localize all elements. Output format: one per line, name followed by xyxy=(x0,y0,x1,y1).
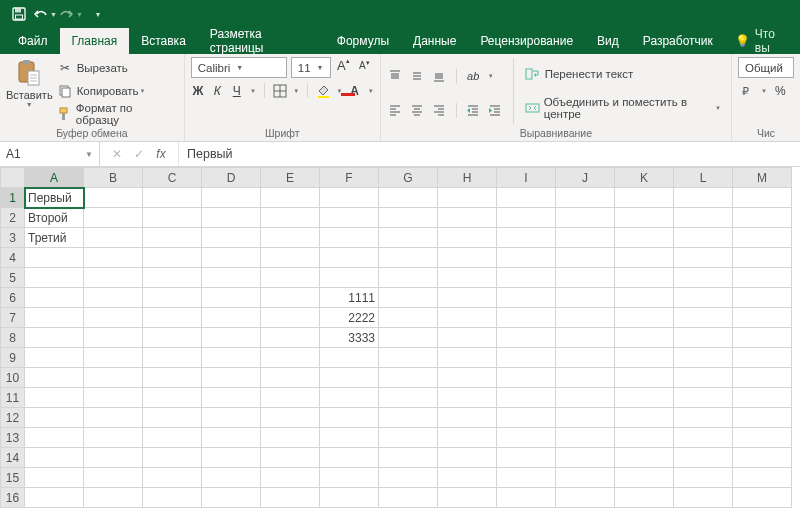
increase-indent-button[interactable] xyxy=(487,102,504,119)
copy-button[interactable]: Копировать ▼ xyxy=(53,80,178,101)
cell[interactable] xyxy=(84,388,143,408)
cell[interactable] xyxy=(202,208,261,228)
row-header-14[interactable]: 14 xyxy=(1,448,25,468)
cell[interactable] xyxy=(615,308,674,328)
cell[interactable] xyxy=(556,268,615,288)
cell[interactable] xyxy=(556,388,615,408)
cell[interactable] xyxy=(261,228,320,248)
row-header-5[interactable]: 5 xyxy=(1,268,25,288)
cell[interactable] xyxy=(497,208,556,228)
name-box[interactable]: A1▼ xyxy=(0,142,100,166)
cell[interactable] xyxy=(320,468,379,488)
cell[interactable] xyxy=(497,288,556,308)
cell[interactable] xyxy=(674,248,733,268)
cell[interactable] xyxy=(379,448,438,468)
col-header-H[interactable]: H xyxy=(438,168,497,188)
cell[interactable] xyxy=(202,288,261,308)
increase-font-button[interactable]: A▴ xyxy=(335,57,352,74)
row-header-8[interactable]: 8 xyxy=(1,328,25,348)
cell[interactable] xyxy=(261,208,320,228)
cell[interactable] xyxy=(143,288,202,308)
cell[interactable] xyxy=(143,228,202,248)
cell[interactable] xyxy=(497,328,556,348)
cell[interactable] xyxy=(84,348,143,368)
cell[interactable]: 2222 xyxy=(320,308,379,328)
cell[interactable] xyxy=(438,288,497,308)
confirm-edit-button[interactable]: ✓ xyxy=(128,147,150,161)
cell[interactable] xyxy=(320,228,379,248)
tell-me-search[interactable]: 💡Что вы xyxy=(725,28,800,54)
tab-view[interactable]: Вид xyxy=(585,28,631,54)
cell[interactable] xyxy=(615,288,674,308)
col-header-K[interactable]: K xyxy=(615,168,674,188)
cell[interactable] xyxy=(84,468,143,488)
row-header-1[interactable]: 1 xyxy=(1,188,25,208)
cell[interactable] xyxy=(320,208,379,228)
cell[interactable] xyxy=(84,328,143,348)
font-color-button[interactable]: A xyxy=(347,82,361,99)
cell[interactable] xyxy=(733,188,792,208)
cell[interactable] xyxy=(320,368,379,388)
cell[interactable] xyxy=(615,268,674,288)
cell[interactable] xyxy=(261,308,320,328)
decrease-indent-button[interactable] xyxy=(465,102,482,119)
cell[interactable] xyxy=(556,308,615,328)
cell[interactable] xyxy=(25,428,84,448)
cell[interactable] xyxy=(674,348,733,368)
cell[interactable] xyxy=(25,328,84,348)
cell[interactable]: Второй xyxy=(25,208,84,228)
row-header-9[interactable]: 9 xyxy=(1,348,25,368)
cell[interactable] xyxy=(556,288,615,308)
col-header-B[interactable]: B xyxy=(84,168,143,188)
cell[interactable] xyxy=(261,288,320,308)
cell[interactable] xyxy=(143,428,202,448)
font-name-combo[interactable]: Calibri▼ xyxy=(191,57,287,78)
cell[interactable] xyxy=(261,408,320,428)
cell[interactable] xyxy=(143,308,202,328)
cell[interactable] xyxy=(615,488,674,508)
cell[interactable] xyxy=(497,268,556,288)
cell[interactable] xyxy=(84,308,143,328)
cell[interactable] xyxy=(497,188,556,208)
cell[interactable] xyxy=(143,268,202,288)
cell[interactable] xyxy=(733,288,792,308)
cell[interactable] xyxy=(615,348,674,368)
col-header-I[interactable]: I xyxy=(497,168,556,188)
cancel-edit-button[interactable]: ✕ xyxy=(106,147,128,161)
cell[interactable] xyxy=(320,408,379,428)
cell[interactable] xyxy=(615,408,674,428)
percent-format-button[interactable]: % xyxy=(772,82,789,99)
cell[interactable] xyxy=(615,248,674,268)
cell[interactable] xyxy=(379,308,438,328)
cell[interactable] xyxy=(320,388,379,408)
cell[interactable] xyxy=(25,488,84,508)
cell[interactable] xyxy=(556,228,615,248)
cell[interactable] xyxy=(84,288,143,308)
qat-customize[interactable]: ▼ xyxy=(84,1,110,27)
cell[interactable] xyxy=(320,428,379,448)
cell[interactable] xyxy=(438,348,497,368)
row-header-10[interactable]: 10 xyxy=(1,368,25,388)
col-header-C[interactable]: C xyxy=(143,168,202,188)
cell[interactable] xyxy=(733,308,792,328)
cell[interactable] xyxy=(674,448,733,468)
cell[interactable] xyxy=(379,328,438,348)
cell[interactable] xyxy=(25,248,84,268)
cell[interactable] xyxy=(674,328,733,348)
row-header-16[interactable]: 16 xyxy=(1,488,25,508)
italic-button[interactable]: К xyxy=(210,82,224,99)
cell[interactable] xyxy=(497,348,556,368)
cell[interactable] xyxy=(733,348,792,368)
cell[interactable] xyxy=(143,488,202,508)
cell[interactable] xyxy=(674,488,733,508)
cell[interactable] xyxy=(143,348,202,368)
cell[interactable] xyxy=(497,468,556,488)
cell[interactable] xyxy=(202,248,261,268)
redo-button[interactable]: ▼ xyxy=(58,1,84,27)
cell[interactable]: Третий xyxy=(25,228,84,248)
row-header-11[interactable]: 11 xyxy=(1,388,25,408)
cell[interactable] xyxy=(379,468,438,488)
cell[interactable] xyxy=(674,188,733,208)
align-middle-button[interactable] xyxy=(409,68,426,85)
cell[interactable] xyxy=(438,468,497,488)
